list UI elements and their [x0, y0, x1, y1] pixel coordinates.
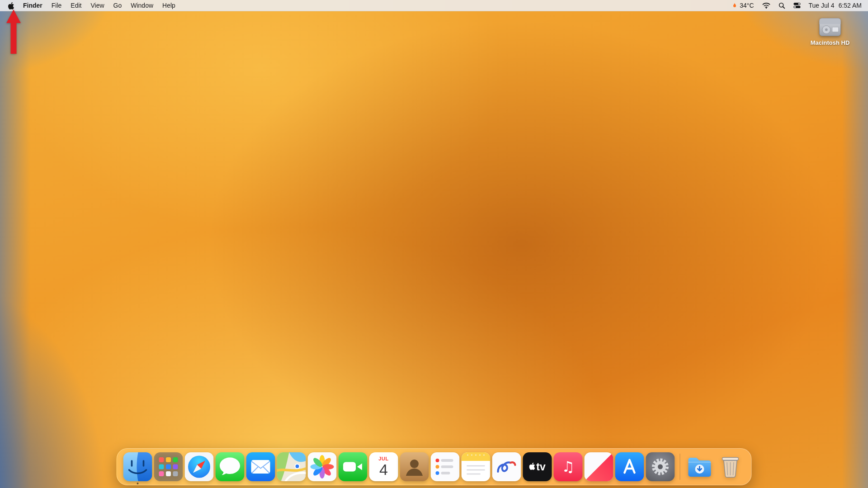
dock-icon-system-settings[interactable]: [646, 452, 675, 481]
calendar-day: 4: [379, 462, 388, 477]
hard-drive-icon: [818, 17, 842, 37]
dock-icon-reminders[interactable]: [431, 452, 460, 481]
dock-icon-photos[interactable]: [308, 452, 337, 481]
freeform-icon: [492, 452, 521, 481]
photos-icon: [308, 452, 337, 481]
dock-icon-downloads[interactable]: [685, 452, 714, 481]
running-indicator: [137, 483, 139, 484]
menu-app-name[interactable]: Finder: [19, 0, 47, 10]
wifi-menu[interactable]: [759, 1, 774, 9]
macintosh-hd-volume[interactable]: Macintosh HD: [802, 17, 858, 46]
facetime-icon: [339, 452, 368, 481]
tv-icon: tv: [523, 452, 552, 481]
dock-icon-facetime[interactable]: [339, 452, 368, 481]
control-center-icon: [793, 2, 801, 9]
dock-icon-notes[interactable]: [462, 452, 491, 481]
safari-icon: [185, 452, 214, 481]
dock-separator: [680, 454, 680, 480]
music-note-glyph: ♫: [561, 460, 575, 474]
menu-view[interactable]: View: [86, 0, 108, 10]
dock-icon-contacts[interactable]: [400, 452, 429, 481]
apple-logo-icon: [8, 2, 14, 9]
notes-icon: [462, 452, 491, 481]
menu-bar: Finder File Edit View Go Window Help 34°…: [0, 0, 868, 11]
gear-icon: [646, 452, 675, 481]
annotation-arrow-shape: [6, 9, 21, 54]
menu-go[interactable]: Go: [109, 0, 127, 10]
app-store-icon: [615, 452, 644, 481]
news-icon: [585, 452, 613, 481]
menu-window[interactable]: Window: [126, 0, 158, 10]
dock-icon-trash[interactable]: [716, 452, 745, 481]
menu-bar-status: 34°C: [729, 1, 863, 10]
annotation-arrow: [6, 9, 21, 54]
apple-logo-icon: [529, 463, 535, 470]
volume-label: Macintosh HD: [811, 39, 850, 46]
dock-icon-mail[interactable]: [246, 452, 275, 481]
launchpad-icon: [154, 452, 183, 481]
temperature-status[interactable]: 34°C: [729, 1, 757, 10]
apple-menu[interactable]: [5, 1, 19, 10]
dock-icon-music[interactable]: ♫: [554, 452, 583, 481]
menu-help[interactable]: Help: [158, 0, 180, 10]
dock-icon-finder[interactable]: [123, 452, 152, 481]
menu-bar-left: Finder File Edit View Go Window Help: [5, 0, 180, 10]
menu-bar-clock[interactable]: Tue Jul 4 6:52 AM: [806, 1, 863, 10]
dock: JUL 4: [117, 448, 752, 485]
dock-icon-maps[interactable]: [277, 452, 306, 481]
dock-icon-app-store[interactable]: [615, 452, 644, 481]
mail-icon: [246, 452, 275, 481]
wifi-icon: [762, 2, 770, 9]
clock-time: 6:52 AM: [839, 2, 862, 9]
clock-date: Tue Jul 4: [809, 2, 835, 9]
reminders-icon: [431, 452, 460, 481]
dock-icon-news[interactable]: [585, 452, 613, 481]
menu-edit[interactable]: Edit: [66, 0, 86, 10]
dock-icon-calendar[interactable]: JUL 4: [369, 452, 398, 481]
dock-icon-tv[interactable]: tv: [523, 452, 552, 481]
search-icon: [778, 2, 785, 9]
desktop: Finder File Edit View Go Window Help 34°…: [0, 0, 868, 488]
dock-icon-freeform[interactable]: [492, 452, 521, 481]
messages-icon: [216, 452, 245, 481]
tv-label: tv: [536, 461, 545, 473]
control-center-button[interactable]: [790, 1, 804, 9]
spotlight-button[interactable]: [775, 1, 788, 10]
flame-icon: [732, 2, 737, 9]
dock-icon-safari[interactable]: [185, 452, 214, 481]
dock-icon-launchpad[interactable]: [154, 452, 183, 481]
finder-icon: [123, 452, 152, 481]
dock-icon-messages[interactable]: [216, 452, 245, 481]
menu-file[interactable]: File: [47, 0, 66, 10]
trash-icon: [716, 452, 745, 481]
music-icon: ♫: [554, 452, 583, 481]
temperature-value: 34°C: [740, 2, 754, 9]
desktop-wallpaper: [0, 0, 868, 488]
maps-icon: [277, 452, 306, 481]
calendar-icon: JUL 4: [369, 452, 398, 481]
downloads-folder-icon: [685, 452, 714, 481]
contacts-icon: [400, 452, 429, 481]
